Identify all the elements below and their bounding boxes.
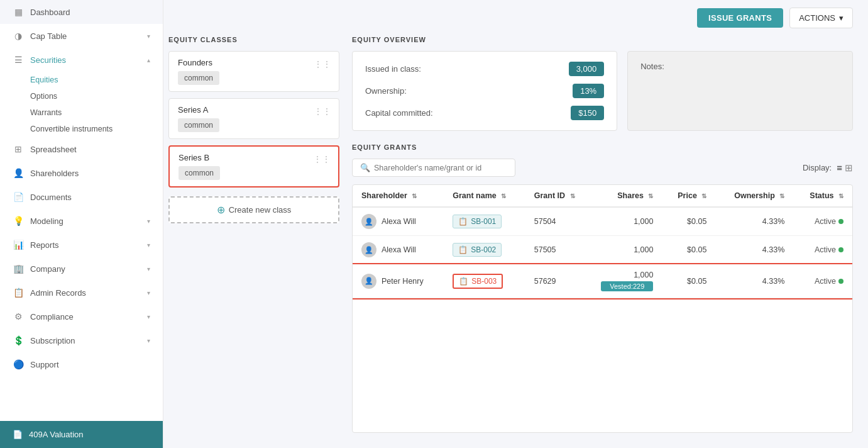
sidebar-item-securities[interactable]: ☰ Securities ▴ bbox=[0, 48, 163, 72]
overview-capital: Capital committed: $150 bbox=[365, 106, 604, 120]
grants-table: Shareholder ⇅ Grant name ⇅ Grant ID ⇅ bbox=[353, 185, 852, 298]
sidebar-item-company[interactable]: 🏢 Company ▾ bbox=[0, 257, 163, 281]
grant-icon: 📋 bbox=[458, 245, 468, 254]
sidebar-bottom-409a[interactable]: 📄 409A Valuation bbox=[0, 421, 163, 448]
cell-ownership: 4.33% bbox=[715, 236, 793, 264]
grid-view-icon[interactable]: ⊞ bbox=[845, 162, 853, 174]
modeling-icon: 💡 bbox=[13, 215, 24, 227]
drag-icon: ⋮⋮ bbox=[313, 154, 331, 164]
grant-icon: 📋 bbox=[459, 277, 468, 286]
sidebar-sub-warrants[interactable]: Warrants bbox=[30, 104, 163, 121]
table-row[interactable]: 👤 Peter Henry 📋 SB-003 bbox=[353, 264, 852, 298]
search-input[interactable] bbox=[374, 164, 507, 172]
reports-icon: 📊 bbox=[13, 239, 24, 250]
valuation-icon: 📄 bbox=[13, 430, 23, 439]
sidebar-item-cap-table[interactable]: ◑ Cap Table ▾ bbox=[0, 24, 163, 48]
chevron-down-icon: ▾ bbox=[147, 289, 150, 296]
cell-price: $0.05 bbox=[662, 207, 715, 236]
sidebar-item-spreadsheet[interactable]: ⊞ Spreadsheet bbox=[0, 137, 163, 161]
col-grant-id[interactable]: Grant ID ⇅ bbox=[525, 185, 592, 207]
status-dot bbox=[838, 279, 843, 284]
search-box[interactable]: 🔍 bbox=[352, 159, 515, 177]
notes-card: Notes: bbox=[627, 51, 853, 131]
drag-icon: ⋮⋮ bbox=[314, 106, 331, 116]
chevron-down-icon: ▾ bbox=[147, 337, 150, 344]
table-row[interactable]: 👤 Alexa Will 📋 SB-002 bbox=[353, 236, 852, 264]
sort-icon: ⇅ bbox=[570, 193, 575, 199]
equity-class-founders[interactable]: ⋮⋮ Founders common bbox=[168, 51, 339, 92]
sort-icon: ⇅ bbox=[648, 193, 653, 199]
cell-status: Active bbox=[793, 264, 852, 298]
sort-icon: ⇅ bbox=[701, 193, 706, 199]
equity-class-series-a[interactable]: ⋮⋮ Series A common bbox=[168, 98, 339, 139]
content-area: EQUITY CLASSES ⋮⋮ Founders common ⋮⋮ Ser… bbox=[163, 36, 868, 448]
cell-grant-name: 📋 SB-003 bbox=[444, 264, 525, 298]
actions-button[interactable]: ACTIONS ▾ bbox=[789, 8, 853, 28]
sort-icon: ⇅ bbox=[838, 193, 843, 199]
sidebar-item-subscription[interactable]: 💲 Subscription ▾ bbox=[0, 328, 163, 352]
overview-issued: Issued in class: 3,000 bbox=[365, 62, 604, 76]
status-dot bbox=[838, 219, 843, 224]
cell-shares: 1,000 Vested:229 bbox=[592, 264, 662, 298]
equity-overview-title: EQUITY OVERVIEW bbox=[352, 36, 853, 43]
sidebar-item-shareholders[interactable]: 👤 Shareholders bbox=[0, 161, 163, 185]
grant-badge[interactable]: 📋 SB-002 bbox=[453, 243, 502, 257]
cell-grant-name: 📋 SB-002 bbox=[444, 236, 525, 264]
securities-icon: ☰ bbox=[13, 54, 24, 65]
cell-status: Active bbox=[793, 236, 852, 264]
drag-icon: ⋮⋮ bbox=[314, 59, 331, 69]
sidebar-sub-convertible[interactable]: Convertible instruments bbox=[30, 121, 163, 137]
cell-shares: 1,000 bbox=[592, 207, 662, 236]
cell-grant-id: 57505 bbox=[525, 236, 592, 264]
cell-price: $0.05 bbox=[662, 236, 715, 264]
col-shareholder[interactable]: Shareholder ⇅ bbox=[353, 185, 444, 207]
cell-shareholder: 👤 Alexa Will bbox=[353, 236, 444, 264]
main-content: ISSUE GRANTS ACTIONS ▾ EQUITY CLASSES ⋮⋮… bbox=[163, 0, 868, 448]
sidebar-item-admin-records[interactable]: 📋 Admin Records ▾ bbox=[0, 281, 163, 305]
securities-sub-menu: Equities Options Warrants Convertible in… bbox=[0, 72, 163, 137]
chevron-down-icon: ▾ bbox=[147, 33, 150, 40]
cell-price: $0.05 bbox=[662, 264, 715, 298]
cell-shareholder: 👤 Alexa Will bbox=[353, 207, 444, 236]
table-row[interactable]: 👤 Alexa Will 📋 SB-001 bbox=[353, 207, 852, 236]
list-view-icon[interactable]: ≡ bbox=[837, 162, 842, 174]
col-status[interactable]: Status ⇅ bbox=[793, 185, 852, 207]
sidebar-item-dashboard[interactable]: ▦ Dashboard bbox=[0, 0, 163, 24]
sidebar-item-reports[interactable]: 📊 Reports ▾ bbox=[0, 233, 163, 257]
issue-grants-button[interactable]: ISSUE GRANTS bbox=[697, 8, 783, 28]
sort-icon: ⇅ bbox=[412, 193, 417, 199]
cell-grant-id: 57629 bbox=[525, 264, 592, 298]
right-panel: EQUITY OVERVIEW Issued in class: 3,000 O… bbox=[352, 36, 853, 433]
sidebar-item-modeling[interactable]: 💡 Modeling ▾ bbox=[0, 209, 163, 233]
col-price[interactable]: Price ⇅ bbox=[662, 185, 715, 207]
admin-records-icon: 📋 bbox=[13, 287, 24, 298]
equity-classes-panel: EQUITY CLASSES ⋮⋮ Founders common ⋮⋮ Ser… bbox=[163, 36, 339, 433]
equity-class-series-b[interactable]: ⋮⋮ Series B common bbox=[168, 145, 339, 188]
equity-classes-title: EQUITY CLASSES bbox=[168, 36, 339, 43]
col-shares[interactable]: Shares ⇅ bbox=[592, 185, 662, 207]
overview-ownership: Ownership: 13% bbox=[365, 84, 604, 98]
cell-status: Active bbox=[793, 207, 852, 236]
cell-ownership: 4.33% bbox=[715, 264, 793, 298]
chevron-down-icon: ▾ bbox=[147, 266, 150, 272]
grant-badge[interactable]: 📋 SB-003 bbox=[453, 274, 503, 289]
create-new-class-button[interactable]: ⊕ Create new class bbox=[168, 196, 339, 223]
vested-badge: Vested:229 bbox=[601, 281, 653, 291]
col-ownership[interactable]: Ownership ⇅ bbox=[715, 185, 793, 207]
sidebar-item-documents[interactable]: 📄 Documents bbox=[0, 185, 163, 209]
sidebar-sub-equities[interactable]: Equities bbox=[30, 72, 163, 88]
grant-badge[interactable]: 📋 SB-001 bbox=[453, 215, 502, 228]
chevron-down-icon: ▾ bbox=[147, 242, 150, 249]
status-dot bbox=[838, 247, 843, 252]
sidebar-item-support[interactable]: 🔵 Support bbox=[0, 352, 163, 376]
dashboard-icon: ▦ bbox=[13, 6, 24, 18]
chevron-up-icon: ▴ bbox=[147, 57, 150, 64]
sort-icon: ⇅ bbox=[501, 193, 506, 199]
cell-shares: 1,000 bbox=[592, 236, 662, 264]
spreadsheet-icon: ⊞ bbox=[13, 143, 24, 155]
sidebar-item-compliance[interactable]: ⚙ Compliance ▾ bbox=[0, 305, 163, 328]
avatar: 👤 bbox=[361, 242, 376, 257]
col-grant-name[interactable]: Grant name ⇅ bbox=[444, 185, 525, 207]
sidebar-sub-options[interactable]: Options bbox=[30, 88, 163, 104]
display-toggle: Display: ≡ ⊞ bbox=[803, 162, 853, 174]
